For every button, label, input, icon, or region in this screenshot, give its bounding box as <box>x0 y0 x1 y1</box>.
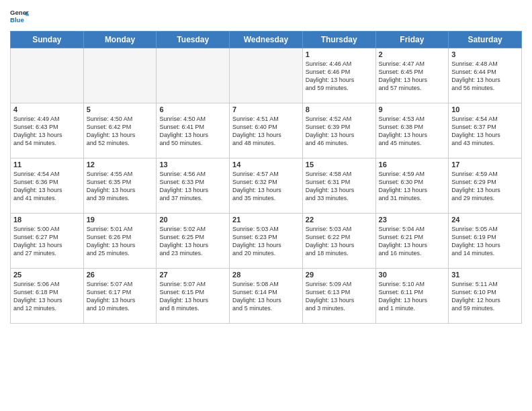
day-number: 26 <box>87 271 154 279</box>
day-number: 16 <box>379 161 446 169</box>
day-info: Sunrise: 4:46 AM Sunset: 6:46 PM Dayligh… <box>306 60 373 93</box>
calendar-cell: 9Sunrise: 4:53 AM Sunset: 6:38 PM Daylig… <box>375 103 449 158</box>
day-number: 31 <box>451 271 519 279</box>
day-number: 10 <box>451 105 519 113</box>
day-number: 1 <box>306 50 373 58</box>
calendar-cell: 17Sunrise: 4:59 AM Sunset: 6:29 PM Dayli… <box>449 158 522 214</box>
calendar-cell: 31Sunrise: 5:11 AM Sunset: 6:10 PM Dayli… <box>449 269 522 324</box>
day-number: 27 <box>159 271 226 279</box>
calendar-cell: 14Sunrise: 4:57 AM Sunset: 6:32 PM Dayli… <box>230 158 303 214</box>
main-container: General Blue SundayMondayTuesdayWednesda… <box>0 0 532 327</box>
day-info: Sunrise: 5:03 AM Sunset: 6:22 PM Dayligh… <box>306 225 373 258</box>
day-info: Sunrise: 4:53 AM Sunset: 6:38 PM Dayligh… <box>379 115 446 148</box>
calendar-cell: 11Sunrise: 4:54 AM Sunset: 6:36 PM Dayli… <box>11 158 84 214</box>
day-info: Sunrise: 4:55 AM Sunset: 6:35 PM Dayligh… <box>87 170 154 203</box>
calendar-cell: 10Sunrise: 4:54 AM Sunset: 6:37 PM Dayli… <box>449 103 522 158</box>
calendar-table: SundayMondayTuesdayWednesdayThursdayFrid… <box>10 31 522 324</box>
day-number: 3 <box>451 50 519 58</box>
day-info: Sunrise: 4:59 AM Sunset: 6:30 PM Dayligh… <box>379 170 446 203</box>
day-number: 23 <box>379 216 446 224</box>
day-info: Sunrise: 5:05 AM Sunset: 6:19 PM Dayligh… <box>451 225 519 258</box>
logo-icon: General Blue <box>10 7 29 26</box>
week-row-3: 11Sunrise: 4:54 AM Sunset: 6:36 PM Dayli… <box>11 158 522 214</box>
day-info: Sunrise: 5:08 AM Sunset: 6:14 PM Dayligh… <box>232 280 300 313</box>
day-number: 15 <box>306 161 373 169</box>
day-number: 12 <box>87 161 154 169</box>
calendar-cell: 30Sunrise: 5:10 AM Sunset: 6:11 PM Dayli… <box>375 269 449 324</box>
day-number: 11 <box>13 161 81 169</box>
calendar-cell: 28Sunrise: 5:08 AM Sunset: 6:14 PM Dayli… <box>230 269 303 324</box>
day-info: Sunrise: 4:56 AM Sunset: 6:33 PM Dayligh… <box>159 170 226 203</box>
calendar-cell: 27Sunrise: 5:07 AM Sunset: 6:15 PM Dayli… <box>157 269 230 324</box>
calendar-cell <box>230 48 303 103</box>
calendar-cell: 7Sunrise: 4:51 AM Sunset: 6:40 PM Daylig… <box>230 103 303 158</box>
calendar-cell: 2Sunrise: 4:47 AM Sunset: 6:45 PM Daylig… <box>375 48 449 103</box>
calendar-cell: 3Sunrise: 4:48 AM Sunset: 6:44 PM Daylig… <box>449 48 522 103</box>
day-info: Sunrise: 4:51 AM Sunset: 6:40 PM Dayligh… <box>232 115 300 148</box>
calendar-cell <box>83 48 157 103</box>
day-info: Sunrise: 4:54 AM Sunset: 6:36 PM Dayligh… <box>13 170 81 203</box>
calendar-cell: 6Sunrise: 4:50 AM Sunset: 6:41 PM Daylig… <box>157 103 230 158</box>
day-info: Sunrise: 4:54 AM Sunset: 6:37 PM Dayligh… <box>451 115 519 148</box>
calendar-cell: 16Sunrise: 4:59 AM Sunset: 6:30 PM Dayli… <box>375 158 449 214</box>
day-info: Sunrise: 4:47 AM Sunset: 6:45 PM Dayligh… <box>379 60 446 93</box>
svg-text:Blue: Blue <box>10 16 24 24</box>
logo: General Blue <box>10 7 32 26</box>
day-number: 25 <box>13 271 81 279</box>
day-info: Sunrise: 5:06 AM Sunset: 6:18 PM Dayligh… <box>13 280 81 313</box>
day-number: 9 <box>379 105 446 113</box>
day-info: Sunrise: 5:07 AM Sunset: 6:17 PM Dayligh… <box>87 280 154 313</box>
weekday-header-saturday: Saturday <box>449 32 522 48</box>
day-number: 18 <box>13 216 81 224</box>
day-number: 13 <box>159 161 226 169</box>
week-row-5: 25Sunrise: 5:06 AM Sunset: 6:18 PM Dayli… <box>11 269 522 324</box>
calendar-cell: 18Sunrise: 5:00 AM Sunset: 6:27 PM Dayli… <box>11 214 84 269</box>
day-info: Sunrise: 5:09 AM Sunset: 6:13 PM Dayligh… <box>306 280 373 313</box>
calendar-cell: 19Sunrise: 5:01 AM Sunset: 6:26 PM Dayli… <box>83 214 157 269</box>
calendar-cell: 20Sunrise: 5:02 AM Sunset: 6:25 PM Dayli… <box>157 214 230 269</box>
day-info: Sunrise: 4:57 AM Sunset: 6:32 PM Dayligh… <box>232 170 300 203</box>
day-number: 14 <box>232 161 300 169</box>
day-number: 4 <box>13 105 81 113</box>
day-number: 2 <box>379 50 446 58</box>
day-number: 8 <box>306 105 373 113</box>
day-info: Sunrise: 5:02 AM Sunset: 6:25 PM Dayligh… <box>159 225 226 258</box>
day-number: 19 <box>87 216 154 224</box>
week-row-1: 1Sunrise: 4:46 AM Sunset: 6:46 PM Daylig… <box>11 48 522 103</box>
day-number: 5 <box>87 105 154 113</box>
day-info: Sunrise: 5:01 AM Sunset: 6:26 PM Dayligh… <box>87 225 154 258</box>
calendar-cell <box>11 48 84 103</box>
day-info: Sunrise: 4:48 AM Sunset: 6:44 PM Dayligh… <box>451 60 519 93</box>
day-info: Sunrise: 4:49 AM Sunset: 6:43 PM Dayligh… <box>13 115 81 148</box>
calendar-cell: 26Sunrise: 5:07 AM Sunset: 6:17 PM Dayli… <box>83 269 157 324</box>
day-info: Sunrise: 5:10 AM Sunset: 6:11 PM Dayligh… <box>379 280 446 313</box>
day-info: Sunrise: 5:11 AM Sunset: 6:10 PM Dayligh… <box>451 280 519 313</box>
calendar-cell: 21Sunrise: 5:03 AM Sunset: 6:23 PM Dayli… <box>230 214 303 269</box>
day-number: 6 <box>159 105 226 113</box>
day-number: 20 <box>159 216 226 224</box>
day-info: Sunrise: 4:52 AM Sunset: 6:39 PM Dayligh… <box>306 115 373 148</box>
calendar-cell: 15Sunrise: 4:58 AM Sunset: 6:31 PM Dayli… <box>302 158 375 214</box>
weekday-header-sunday: Sunday <box>11 32 84 48</box>
day-info: Sunrise: 5:00 AM Sunset: 6:27 PM Dayligh… <box>13 225 81 258</box>
day-info: Sunrise: 4:59 AM Sunset: 6:29 PM Dayligh… <box>451 170 519 203</box>
calendar-cell: 24Sunrise: 5:05 AM Sunset: 6:19 PM Dayli… <box>449 214 522 269</box>
calendar-cell: 8Sunrise: 4:52 AM Sunset: 6:39 PM Daylig… <box>302 103 375 158</box>
header: General Blue <box>10 7 522 26</box>
day-number: 21 <box>232 216 300 224</box>
day-info: Sunrise: 4:58 AM Sunset: 6:31 PM Dayligh… <box>306 170 373 203</box>
weekday-header-tuesday: Tuesday <box>157 32 230 48</box>
week-row-4: 18Sunrise: 5:00 AM Sunset: 6:27 PM Dayli… <box>11 214 522 269</box>
weekday-header-wednesday: Wednesday <box>230 32 303 48</box>
day-number: 22 <box>306 216 373 224</box>
day-number: 30 <box>379 271 446 279</box>
calendar-cell: 22Sunrise: 5:03 AM Sunset: 6:22 PM Dayli… <box>302 214 375 269</box>
day-info: Sunrise: 4:50 AM Sunset: 6:42 PM Dayligh… <box>87 115 154 148</box>
calendar-cell: 25Sunrise: 5:06 AM Sunset: 6:18 PM Dayli… <box>11 269 84 324</box>
weekday-header-row: SundayMondayTuesdayWednesdayThursdayFrid… <box>11 32 522 48</box>
calendar-cell: 5Sunrise: 4:50 AM Sunset: 6:42 PM Daylig… <box>83 103 157 158</box>
day-number: 24 <box>451 216 519 224</box>
calendar-cell: 12Sunrise: 4:55 AM Sunset: 6:35 PM Dayli… <box>83 158 157 214</box>
day-number: 17 <box>451 161 519 169</box>
day-number: 29 <box>306 271 373 279</box>
